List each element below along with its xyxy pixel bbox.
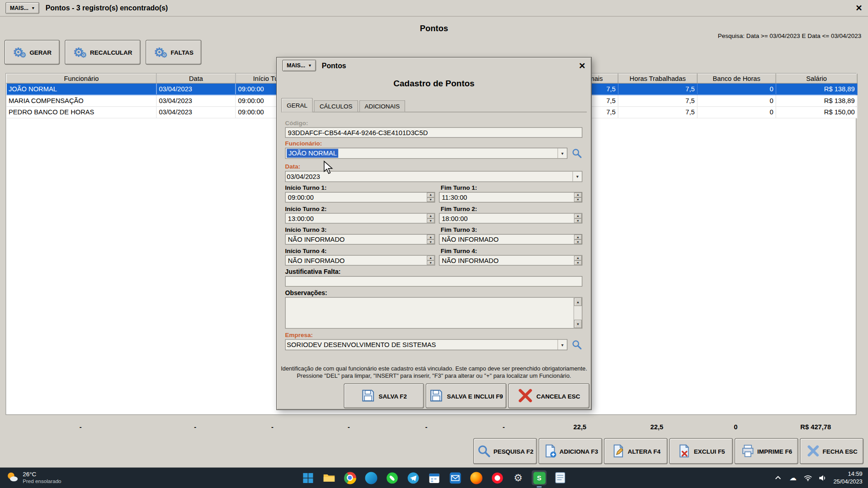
tab-adicionais[interactable]: ADICIONAIS bbox=[359, 100, 405, 112]
mail-icon[interactable] bbox=[448, 470, 462, 485]
pesquisa-button[interactable]: PESQUISA F2 bbox=[473, 438, 537, 465]
fim-turno-1-field[interactable]: 11:30:00 ▲▼ bbox=[439, 192, 582, 202]
inicio-turno-1-field[interactable]: 09:00:00 ▲▼ bbox=[285, 192, 435, 202]
table-cell[interactable]: 7,5 bbox=[618, 107, 697, 118]
inicio-turno-3-field[interactable]: NÃO INFORMADO ▲▼ bbox=[285, 234, 435, 244]
funcionario-search-icon[interactable] bbox=[570, 147, 583, 160]
spin-down-button[interactable]: ▼ bbox=[574, 260, 582, 265]
faltas-button[interactable]: ⚙⚙ FALTAS bbox=[146, 40, 202, 65]
table-cell[interactable]: MARIA COMPENSAÇÃO bbox=[6, 95, 156, 107]
table-cell[interactable]: R$ 138,89 bbox=[776, 95, 857, 107]
spin-up-button[interactable]: ▲ bbox=[574, 192, 582, 197]
dialog-close-button[interactable]: ✕ bbox=[579, 61, 585, 70]
column-header-data[interactable]: Data bbox=[156, 74, 236, 83]
altera-button[interactable]: ALTERA F4 bbox=[604, 438, 668, 465]
salva-button[interactable]: SALVA F2 bbox=[344, 384, 424, 408]
data-combobox[interactable]: 03/04/2023 ▼ bbox=[285, 171, 583, 182]
imprime-button[interactable]: IMPRIME F6 bbox=[735, 438, 798, 465]
column-header-banco-de-horas[interactable]: Banco de Horas bbox=[697, 74, 776, 83]
weather-icon bbox=[5, 470, 19, 485]
observacoes-textarea[interactable]: ▲ ▼ bbox=[285, 297, 583, 329]
empresa-search-icon[interactable] bbox=[570, 338, 583, 351]
spin-down-button[interactable]: ▼ bbox=[574, 239, 582, 244]
whatsapp-icon[interactable] bbox=[384, 470, 399, 485]
window-mais-button[interactable]: MAIS... ▼ bbox=[5, 2, 39, 14]
column-header-funcionario[interactable]: Funcionário bbox=[6, 74, 156, 83]
chevron-down-icon[interactable]: ▼ bbox=[557, 340, 567, 350]
fim-turno-4-field[interactable]: NÃO INFORMADO ▲▼ bbox=[439, 255, 582, 265]
table-cell[interactable]: 0 bbox=[697, 95, 776, 107]
scroll-up-button[interactable]: ▲ bbox=[574, 298, 582, 306]
inicio-turno-2-field[interactable]: 13:00:00 ▲▼ bbox=[285, 213, 435, 223]
erp-app-icon[interactable]: S bbox=[532, 470, 547, 485]
fecha-button[interactable]: FECHA ESC bbox=[800, 438, 863, 465]
column-header-horas-trabalhadas[interactable]: Horas Trabalhadas bbox=[618, 74, 697, 83]
spin-up-button[interactable]: ▲ bbox=[427, 235, 434, 239]
codigo-field[interactable]: 93DDAFCF-CB54-4AF4-9246-C3E4101D3C5D bbox=[285, 127, 583, 138]
table-cell[interactable]: 03/04/2023 bbox=[156, 95, 236, 107]
firefox-icon[interactable] bbox=[469, 470, 484, 485]
opera-icon[interactable] bbox=[490, 470, 505, 485]
table-cell[interactable]: R$ 150,00 bbox=[776, 107, 857, 118]
salva-inclui-button[interactable]: SALVA E INCLUI F9 bbox=[426, 384, 507, 408]
funcionario-combobox[interactable]: JOÃO NORMAL ▼ bbox=[285, 148, 567, 159]
spin-up-button[interactable]: ▲ bbox=[427, 214, 434, 218]
spin-down-button[interactable]: ▼ bbox=[427, 239, 434, 244]
notepad-icon[interactable] bbox=[553, 470, 568, 485]
settings-gear-icon[interactable]: ⚙ bbox=[511, 470, 526, 485]
spin-down-button[interactable]: ▼ bbox=[427, 218, 434, 223]
dialog-mais-button[interactable]: MAIS... ▼ bbox=[282, 60, 316, 71]
table-cell[interactable]: 7,5 bbox=[618, 95, 697, 107]
table-cell[interactable]: R$ 138,89 bbox=[776, 83, 857, 95]
spin-up-button[interactable]: ▲ bbox=[574, 235, 582, 239]
gerar-button[interactable]: ⚙⚙ GERAR bbox=[5, 40, 60, 65]
scroll-down-button[interactable]: ▼ bbox=[574, 320, 582, 328]
fim-turno-3-field[interactable]: NÃO INFORMADO ▲▼ bbox=[439, 234, 582, 244]
weather-widget[interactable]: 26°C Pred ensolarado bbox=[0, 468, 67, 488]
cancela-button[interactable]: CANCELA ESC bbox=[508, 384, 590, 408]
telegram-icon[interactable] bbox=[406, 470, 420, 485]
table-cell[interactable]: 7,5 bbox=[618, 83, 697, 95]
wifi-icon[interactable] bbox=[803, 474, 812, 481]
tab-calculos[interactable]: CÁLCULOS bbox=[314, 100, 358, 112]
table-cell[interactable]: 0 bbox=[697, 83, 776, 95]
table-cell[interactable]: 03/04/2023 bbox=[156, 83, 236, 95]
spin-up-button[interactable]: ▲ bbox=[427, 256, 434, 260]
table-cell[interactable]: JOÃO NORMAL bbox=[6, 83, 156, 95]
adiciona-button[interactable]: ADICIONA F3 bbox=[538, 438, 602, 465]
fim-turno-2-field[interactable]: 18:00:00 ▲▼ bbox=[439, 213, 582, 223]
spin-down-button[interactable]: ▼ bbox=[574, 197, 582, 202]
chevron-down-icon[interactable]: ▼ bbox=[572, 172, 582, 182]
spin-up-button[interactable]: ▲ bbox=[574, 256, 582, 260]
spin-up-button[interactable]: ▲ bbox=[574, 214, 582, 218]
chevron-down-icon: ▼ bbox=[308, 64, 311, 68]
spin-down-button[interactable]: ▼ bbox=[427, 197, 434, 202]
inicio-turno-4-field[interactable]: NÃO INFORMADO ▲▼ bbox=[285, 255, 435, 265]
empresa-combobox[interactable]: SORIODEV DESENVOLVIMENTO DE SISTEMAS ▼ bbox=[285, 339, 567, 350]
table-cell[interactable]: PEDRO BANCO DE HORAS bbox=[6, 107, 156, 118]
file-explorer-icon[interactable] bbox=[321, 470, 336, 485]
window-close-button[interactable]: ✕ bbox=[855, 4, 862, 12]
table-cell[interactable]: 03/04/2023 bbox=[156, 107, 236, 118]
data-label: Data: bbox=[285, 163, 301, 170]
recalcular-button[interactable]: ⚙⚙ RECALCULAR bbox=[65, 40, 140, 65]
vertical-scrollbar[interactable]: ▲ ▼ bbox=[574, 298, 582, 328]
column-header-salario[interactable]: Salário bbox=[776, 74, 857, 83]
justificativa-field[interactable] bbox=[285, 276, 583, 286]
calendar-icon[interactable] bbox=[426, 470, 441, 485]
onedrive-cloud-icon[interactable]: ☁ bbox=[788, 474, 797, 482]
volume-icon[interactable] bbox=[818, 474, 827, 481]
chrome-icon[interactable] bbox=[342, 470, 357, 485]
tab-geral[interactable]: GERAL bbox=[281, 98, 313, 112]
hidden-icons-chevron[interactable] bbox=[774, 476, 783, 480]
spin-down-button[interactable]: ▼ bbox=[574, 218, 582, 223]
exclui-button[interactable]: EXCLUI F5 bbox=[669, 438, 733, 465]
spin-down-button[interactable]: ▼ bbox=[427, 260, 434, 265]
pesquisa-label: PESQUISA F2 bbox=[493, 448, 533, 455]
taskbar-clock[interactable]: 14:59 25/04/2023 bbox=[833, 470, 862, 485]
start-icon[interactable] bbox=[300, 470, 315, 485]
chevron-down-icon[interactable]: ▼ bbox=[557, 148, 567, 158]
edge-icon[interactable] bbox=[363, 470, 378, 485]
spin-up-button[interactable]: ▲ bbox=[427, 192, 434, 197]
table-cell[interactable]: 0 bbox=[697, 107, 776, 118]
